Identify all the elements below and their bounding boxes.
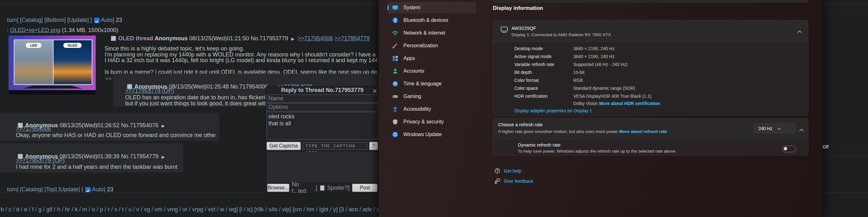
refresh-rate-dropdown[interactable]: 240 Hz xyxy=(753,124,796,133)
hdr-certification-link[interactable]: More about HDR certification xyxy=(599,101,660,106)
auto-checkbox[interactable] xyxy=(85,187,91,193)
refresh-rate-value: 240 Hz xyxy=(758,126,773,131)
apps-icon xyxy=(392,55,398,61)
sidebar-item-accessibility[interactable]: Accessibility xyxy=(388,103,476,115)
backlink[interactable]: >>717954779 xyxy=(334,35,370,42)
sidebar-item-time-language[interactable]: Time & language xyxy=(388,78,476,89)
sidebar-item-network-internet[interactable]: Network & internet xyxy=(388,27,476,39)
quote-link[interactable]: >>717953779 (OP) xyxy=(125,87,174,94)
sidebar-item-windows-update[interactable]: Windows Update xyxy=(388,129,476,140)
reply2-message: Okay, anyone who HAS or HAD an OLED come… xyxy=(16,132,216,138)
sidebar-item-accounts[interactable]: Accounts xyxy=(388,65,476,77)
display-subtitle: Display 1: Connected to AMD Radeon RX 79… xyxy=(512,32,611,37)
sidebar-item-bluetooth-devices[interactable]: Bluetooth & devices xyxy=(388,15,476,26)
tv-base-shadow xyxy=(8,90,96,94)
refresh-rate-subtitle: A higher rate gives smoother motion, but… xyxy=(498,129,667,134)
captcha-help-button[interactable]: ? xyxy=(369,142,378,150)
settings-window: System Bluetooth & devices Network & int… xyxy=(379,0,823,217)
thread-subject: OLED thread xyxy=(118,35,153,42)
give-feedback-icon xyxy=(494,178,500,185)
dynamic-refresh-toggle[interactable] xyxy=(782,145,796,152)
return-link[interactable]: turn] xyxy=(7,186,19,193)
post-number-link[interactable]: No.717954006 xyxy=(230,83,268,90)
reply3-message: I had mine for 2 and a half years and th… xyxy=(16,164,178,170)
display-adapter-link[interactable]: Display adapter properties for Display 1 xyxy=(514,108,592,113)
tv-stand xyxy=(23,86,82,88)
thread-nav-bottom: turn] [Catalog] [Top] [Update] [ Auto] 2… xyxy=(1,180,113,199)
backlink[interactable]: >>717954006 xyxy=(298,35,333,42)
post-menu-icon[interactable]: ▶ xyxy=(162,155,165,159)
get-help-link[interactable]: Get help xyxy=(504,168,521,173)
quote-link[interactable]: >>717953779 (OP) xyxy=(16,157,65,164)
post-number-link[interactable]: No.717954779 xyxy=(121,153,158,160)
tv-illustration: LED OLED xyxy=(13,39,93,85)
dynamic-refresh-title: Dynamic refresh rate xyxy=(518,142,561,147)
comment-textarea[interactable]: oled rocks that is all xyxy=(267,112,378,140)
op-post-message: Since this is a highly debated topic, le… xyxy=(104,46,377,77)
accessibility-icon xyxy=(392,106,398,112)
give-feedback-link[interactable]: Give feedback xyxy=(504,179,533,184)
network-icon xyxy=(392,30,398,36)
reply-form-title: Reply to Thread No.717953779 xyxy=(281,87,364,93)
selected-accent-bar xyxy=(388,5,389,10)
sidebar-item-gaming[interactable]: Gaming xyxy=(388,91,476,102)
reply-form-titlebar[interactable]: Reply to Thread No.717953779 xyxy=(266,87,379,94)
post-menu-icon[interactable]: ▶ xyxy=(291,36,294,41)
chevron-up-icon[interactable] xyxy=(797,29,802,34)
auto-countdown: 23 xyxy=(107,186,113,193)
dynamic-refresh-subtitle: To help save power, Windows adjusts the … xyxy=(518,149,676,154)
reply-form: Reply to Thread No.717953779 Name Option… xyxy=(266,86,379,193)
gaming-icon xyxy=(392,93,398,100)
options-input[interactable]: Options xyxy=(267,103,378,111)
display-info-card-header[interactable]: AW3225QF Display 1: Connected to AMD Rad… xyxy=(493,20,808,42)
toggle-state-label: Off xyxy=(823,144,828,150)
display-name: AW3225QF xyxy=(512,25,536,31)
close-icon[interactable] xyxy=(373,87,377,94)
quote-link[interactable]: >>717954006 xyxy=(16,126,51,132)
captcha-input[interactable]: TYPE THE CAPTCHA HERE xyxy=(303,142,367,150)
display-info-expanded: Desktop mode 3840 × 2160, 240 Hz Active … xyxy=(493,42,808,115)
post-menu-icon[interactable]: ▶ xyxy=(162,124,165,128)
sidebar-item-system[interactable]: System xyxy=(388,2,476,13)
chevron-down-icon xyxy=(777,126,792,131)
personalization-icon xyxy=(392,43,398,49)
dynamic-refresh-card: Dynamic refresh rate To help save power,… xyxy=(493,140,808,156)
sidebar-item-apps[interactable]: Apps xyxy=(388,53,476,64)
refresh-rate-link[interactable]: More about refresh rate xyxy=(619,129,667,134)
oled-half: OLED xyxy=(53,40,92,84)
top-link[interactable]: [Top] xyxy=(44,186,57,193)
privacy-icon xyxy=(392,119,398,125)
toggle-thumb xyxy=(784,147,787,151)
spoiler-checkbox[interactable] xyxy=(320,185,325,191)
post-button[interactable]: Post xyxy=(352,184,377,192)
chevron-up-icon[interactable] xyxy=(799,127,804,133)
auto-label: Auto] xyxy=(92,186,105,193)
refresh-rate-title: Choose a refresh rate xyxy=(498,122,542,127)
post-checkbox[interactable] xyxy=(111,36,116,41)
post-number-link[interactable]: No.717954076 xyxy=(121,122,158,129)
post-number-link[interactable]: No.717953779 xyxy=(251,35,288,42)
get-help-icon xyxy=(494,168,500,175)
file-link[interactable]: OLED+vs+LED.png xyxy=(10,27,60,33)
captcha-display-area xyxy=(267,152,378,183)
sidebar-item-privacy-security[interactable]: Privacy & security xyxy=(388,116,476,128)
catalog-link[interactable]: [Catalog] xyxy=(20,186,43,193)
accounts-icon xyxy=(392,68,398,74)
system-icon xyxy=(392,4,398,11)
get-captcha-button[interactable]: Get Captcha xyxy=(267,142,301,150)
screenshot-root: turn] [Catalog] [Bottom] [Update] [ Auto… xyxy=(0,0,868,217)
previous-card-edge xyxy=(493,0,808,3)
right-strip-line xyxy=(823,144,868,145)
post-image-thumbnail[interactable]: LED OLED xyxy=(8,35,96,94)
captcha-row: Get Captcha TYPE THE CAPTCHA HERE ? xyxy=(267,142,378,150)
no-file-label: No f...ted. xyxy=(292,181,313,194)
right-strip-line xyxy=(823,13,868,13)
time-language-icon xyxy=(392,81,398,87)
name-input[interactable]: Name xyxy=(267,94,378,103)
hdr-line2: Dolby Vision More about HDR certificatio… xyxy=(573,101,660,106)
update-link[interactable]: [Update] xyxy=(58,186,80,193)
reply-post-3: Anonymous 08/13/25(Wed)01:38:39 No.71795… xyxy=(0,143,183,172)
browse-button[interactable]: Browse... xyxy=(267,184,289,192)
sidebar-item-personalization[interactable]: Personalization xyxy=(388,40,476,51)
board-list[interactable]: b / c / d / e / f / g / gif / h / hr / k… xyxy=(1,206,379,213)
